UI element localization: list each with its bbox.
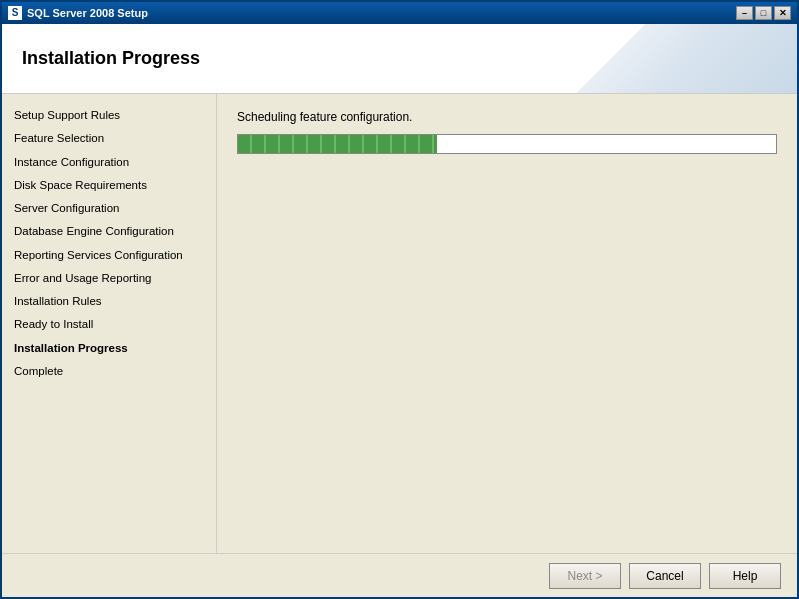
window-body: Installation Progress Setup Support Rule… [2,24,797,597]
main-layout: Setup Support RulesFeature SelectionInst… [2,94,797,553]
sidebar: Setup Support RulesFeature SelectionInst… [2,94,217,553]
sidebar-item[interactable]: Error and Usage Reporting [2,267,216,290]
sidebar-item[interactable]: Installation Progress [2,337,216,360]
sidebar-item[interactable]: Setup Support Rules [2,104,216,127]
sidebar-item[interactable]: Ready to Install [2,313,216,336]
header-banner: Installation Progress [2,24,797,94]
sidebar-item[interactable]: Instance Configuration [2,151,216,174]
content-area: Scheduling feature configuration. [217,94,797,553]
sidebar-item[interactable]: Complete [2,360,216,383]
sidebar-item[interactable]: Installation Rules [2,290,216,313]
cancel-button[interactable]: Cancel [629,563,701,589]
maximize-button[interactable]: □ [755,6,772,20]
status-text: Scheduling feature configuration. [237,110,777,124]
window-title: SQL Server 2008 Setup [27,7,148,19]
footer: Next > Cancel Help [2,553,797,597]
progress-bar-fill [238,135,437,153]
sidebar-item[interactable]: Feature Selection [2,127,216,150]
banner-decoration [497,24,797,94]
sidebar-item[interactable]: Database Engine Configuration [2,220,216,243]
main-window: S SQL Server 2008 Setup – □ ✕ Installati… [0,0,799,599]
sidebar-item[interactable]: Disk Space Requirements [2,174,216,197]
next-button[interactable]: Next > [549,563,621,589]
progress-bar-container [237,134,777,154]
window-controls: – □ ✕ [736,6,791,20]
sidebar-item[interactable]: Reporting Services Configuration [2,244,216,267]
app-icon: S [8,6,22,20]
title-bar: S SQL Server 2008 Setup – □ ✕ [2,2,797,24]
page-title: Installation Progress [22,48,200,69]
help-button[interactable]: Help [709,563,781,589]
minimize-button[interactable]: – [736,6,753,20]
close-button[interactable]: ✕ [774,6,791,20]
sidebar-item[interactable]: Server Configuration [2,197,216,220]
